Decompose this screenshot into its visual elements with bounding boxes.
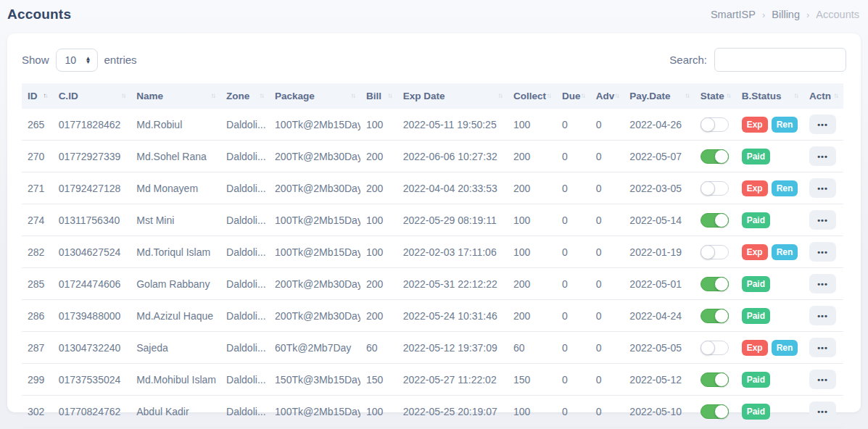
renew-badge[interactable]: Ren (772, 340, 798, 356)
status-badge: Paid (742, 149, 770, 164)
cell-exp-date: 2022-05-31 22:12:22 (397, 268, 508, 300)
col-header-name[interactable]: Name↑↓ (131, 83, 220, 109)
row-actions-button[interactable]: ••• (809, 370, 836, 389)
cell-cid: 01772927339 (53, 141, 131, 172)
cell-adv: 0 (590, 141, 624, 172)
cell-collect: 100 (508, 204, 556, 236)
cell-bill: 200 (360, 300, 397, 332)
row-actions-button[interactable]: ••• (809, 114, 836, 134)
cell-bill: 100 (360, 236, 397, 268)
state-toggle[interactable] (700, 181, 729, 196)
row-actions-button[interactable]: ••• (809, 306, 836, 325)
cell-cid: 01770824762 (53, 396, 131, 428)
sort-icon: ↑↓ (387, 91, 392, 99)
cell-cid: 01737535024 (53, 364, 131, 396)
sort-icon: ↑↓ (581, 91, 585, 99)
toggle-knob (700, 117, 715, 132)
col-header-state[interactable]: State↑↓ (695, 83, 736, 109)
state-toggle[interactable] (700, 245, 729, 259)
status-badge: Exp (742, 340, 768, 356)
col-header-pay-date[interactable]: Pay.Date↑↓ (624, 83, 694, 109)
col-header-id[interactable]: ID↑↓ (22, 83, 53, 109)
renew-badge[interactable]: Ren (772, 180, 798, 196)
col-header-collect[interactable]: Collect↑↓ (508, 83, 556, 109)
table-toolbar: Show 10 ▲▼ entries Search: (22, 48, 846, 72)
state-toggle[interactable] (700, 404, 729, 419)
cell-package: 200Tk@2Mb30Day (269, 268, 360, 300)
cell-due: 0 (556, 141, 590, 172)
table-row: 265 01771828462 Md.Robiul Daldoli... 100… (22, 109, 843, 141)
status-badge: Exp (742, 117, 768, 133)
row-actions-button[interactable]: ••• (809, 210, 836, 230)
state-toggle[interactable] (700, 149, 729, 164)
cell-pay-date: 2022-01-19 (624, 236, 694, 268)
breadcrumb-billing[interactable]: Billing (772, 9, 800, 20)
cell-exp-date: 2022-05-27 11:22:02 (397, 364, 508, 396)
toggle-knob (700, 245, 715, 259)
cell-due: 0 (556, 172, 590, 204)
cell-bill: 150 (360, 364, 397, 396)
col-header-actn[interactable]: Actn↑↓ (803, 83, 843, 109)
search-control: Search: (669, 48, 846, 72)
cell-package: 100Tk@2Mb15Day (269, 396, 360, 428)
col-header-bstatus[interactable]: B.Status↑↓ (736, 83, 803, 109)
col-header-zone[interactable]: Zone↑↓ (220, 83, 269, 109)
sort-icon: ↑↓ (43, 91, 47, 99)
col-header-adv[interactable]: Adv↑↓ (590, 83, 624, 109)
breadcrumb: SmartISP › Billing › Accounts (711, 9, 859, 20)
renew-badge[interactable]: Ren (772, 244, 798, 260)
table-row: 286 01739488000 Md.Azizul Haque Daldoli.… (22, 300, 843, 332)
cell-zone: Daldoli... (220, 109, 269, 141)
cell-adv: 0 (590, 109, 624, 141)
state-toggle[interactable] (700, 372, 729, 387)
row-actions-button[interactable]: ••• (809, 401, 836, 421)
breadcrumb-smartisp[interactable]: SmartISP (711, 9, 756, 20)
row-actions-button[interactable]: ••• (809, 338, 836, 357)
cell-collect: 200 (508, 141, 556, 172)
col-header-package[interactable]: Package↑↓ (269, 83, 360, 109)
breadcrumb-separator-icon: › (762, 9, 765, 20)
row-actions-button[interactable]: ••• (809, 178, 836, 198)
cell-name: Md.Toriqul Islam (131, 236, 220, 268)
cell-due: 0 (556, 332, 590, 364)
cell-zone: Daldoli... (220, 236, 269, 268)
state-toggle[interactable] (700, 341, 729, 355)
state-toggle[interactable] (700, 309, 729, 323)
row-actions-button[interactable]: ••• (809, 146, 836, 166)
row-actions-button[interactable]: ••• (809, 274, 836, 293)
cell-due: 0 (556, 268, 590, 300)
cell-zone: Daldoli... (220, 172, 269, 204)
sort-icon: ↑↓ (614, 91, 619, 99)
cell-collect: 100 (508, 396, 556, 428)
cell-due: 0 (556, 204, 590, 236)
state-toggle[interactable] (700, 117, 729, 132)
cell-pay-date: 2022-05-14 (624, 204, 694, 236)
select-arrows-icon: ▲▼ (86, 57, 91, 64)
cell-pay-date: 2022-05-10 (624, 396, 694, 428)
cell-id: 302 (22, 396, 53, 428)
cell-id: 270 (22, 141, 53, 172)
cell-adv: 0 (590, 300, 624, 332)
sort-icon: ↑↓ (260, 91, 264, 99)
col-header-cid[interactable]: C.ID↑↓ (53, 83, 131, 109)
col-header-due[interactable]: Due↑↓ (556, 83, 590, 109)
breadcrumb-separator-icon: › (806, 9, 809, 20)
cell-collect: 60 (508, 332, 556, 364)
cell-due: 0 (556, 300, 590, 332)
col-header-exp-date[interactable]: Exp Date↑↓ (397, 83, 508, 109)
renew-badge[interactable]: Ren (772, 117, 798, 133)
cell-collect: 100 (508, 109, 556, 141)
cell-cid: 01304732240 (53, 332, 131, 364)
state-toggle[interactable] (700, 213, 729, 228)
breadcrumb-accounts: Accounts (816, 9, 859, 20)
cell-id: 271 (22, 172, 53, 204)
row-actions-button[interactable]: ••• (809, 242, 836, 262)
cell-adv: 0 (590, 204, 624, 236)
search-input[interactable] (714, 48, 846, 72)
cell-name: Abdul Kadir (131, 396, 220, 428)
state-toggle[interactable] (700, 277, 729, 291)
col-header-bill[interactable]: Bill↑↓ (360, 83, 397, 109)
page-size-select[interactable]: 10 ▲▼ (56, 49, 98, 72)
sort-icon: ↑↓ (685, 91, 689, 99)
status-badge: Exp (742, 244, 768, 260)
